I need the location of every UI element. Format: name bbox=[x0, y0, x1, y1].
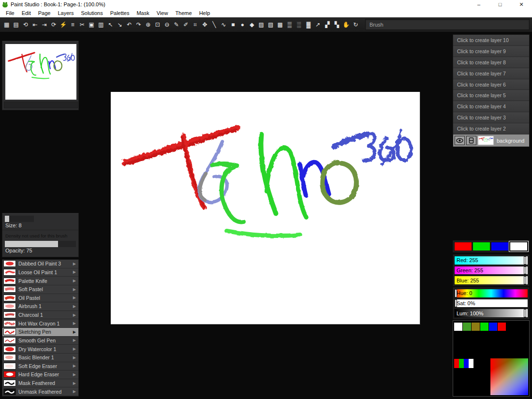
texture-icon[interactable]: ▓ bbox=[304, 19, 313, 30]
brush-expand-arrow-icon[interactable]: ▶ bbox=[73, 270, 76, 274]
brush-expand-arrow-icon[interactable]: ▶ bbox=[73, 330, 76, 334]
lasso-tool-icon[interactable]: ∿ bbox=[219, 19, 229, 30]
layer-slot-3[interactable]: Click to create layer 3 bbox=[453, 112, 529, 123]
brush-row-unmask-feathered[interactable]: Unmask Feathered▶ bbox=[2, 387, 78, 396]
tool-mode-box[interactable]: Brush bbox=[365, 19, 530, 30]
ellipse-tool-icon[interactable]: ● bbox=[238, 19, 248, 30]
brush-row-dry-watercolor-1[interactable]: Dry Watercolor 1▶ bbox=[2, 345, 78, 354]
brush-expand-arrow-icon[interactable]: ▶ bbox=[73, 364, 76, 368]
pattern-icon[interactable]: ▧ bbox=[266, 19, 276, 30]
layer-slot-8[interactable]: Click to create layer 8 bbox=[453, 57, 529, 68]
effects-icon[interactable]: ⚡ bbox=[59, 19, 68, 30]
brush-expand-arrow-icon[interactable]: ▶ bbox=[73, 381, 76, 385]
brush-expand-arrow-icon[interactable]: ▶ bbox=[73, 287, 76, 292]
brush-row-mask-feathered[interactable]: Mask Feathered▶ bbox=[2, 379, 78, 388]
halftone-icon[interactable]: ▩ bbox=[276, 19, 285, 30]
minimize-button[interactable]: – bbox=[468, 0, 489, 9]
script-icon[interactable]: ≡ bbox=[68, 19, 78, 30]
blue-slider-handle[interactable] bbox=[524, 276, 526, 284]
blue-swatch[interactable] bbox=[491, 242, 509, 251]
reload-page-icon[interactable]: ⟳ bbox=[49, 19, 59, 30]
brush-expand-arrow-icon[interactable]: ▶ bbox=[73, 296, 76, 300]
brush-expand-arrow-icon[interactable]: ▶ bbox=[73, 304, 76, 309]
pencil-tool-icon[interactable]: ✎ bbox=[172, 19, 181, 30]
gradient-icon[interactable]: ▨ bbox=[257, 19, 266, 30]
sat-slider-handle[interactable] bbox=[455, 299, 457, 308]
brush-row-hard-edge-eraser[interactable]: Hard Edge Eraser▶ bbox=[2, 370, 78, 379]
brush-row-basic-blender-1[interactable]: Basic Blender 1▶ bbox=[2, 354, 78, 362]
zoom-out-icon[interactable]: ⊖ bbox=[163, 19, 172, 30]
layer-slot-9[interactable]: Click to create layer 9 bbox=[453, 46, 529, 57]
brush-row-airbrush-1[interactable]: Airbrush 1▶ bbox=[2, 302, 78, 311]
palette-swatch-4[interactable] bbox=[489, 323, 497, 331]
rgb-gradient-picker[interactable] bbox=[490, 358, 528, 395]
save-icon[interactable]: ▦ bbox=[2, 19, 12, 30]
canvas[interactable] bbox=[111, 92, 420, 325]
palette-swatch-5[interactable] bbox=[498, 323, 506, 331]
brush-row-oil-pastel[interactable]: Oil Pastel▶ bbox=[2, 294, 78, 303]
menu-edit[interactable]: Edit bbox=[19, 9, 35, 17]
hue-slider[interactable]: Hue: 0 bbox=[454, 289, 528, 298]
copy-icon[interactable]: ▣ bbox=[87, 19, 97, 30]
mini-swatch-2[interactable] bbox=[464, 359, 469, 368]
layer-visibility-toggle[interactable] bbox=[455, 136, 465, 145]
menu-mask[interactable]: Mask bbox=[133, 9, 153, 17]
brush-row-sketching-pen[interactable]: Sketching Pen▶ bbox=[2, 328, 78, 337]
red-slider[interactable]: Red: 255 bbox=[454, 256, 528, 265]
menu-page[interactable]: Page bbox=[35, 9, 55, 17]
red-swatch[interactable] bbox=[454, 242, 472, 251]
brush-expand-arrow-icon[interactable]: ▶ bbox=[73, 355, 76, 360]
brush-row-loose-oil-paint-1[interactable]: Loose Oil Paint 1▶ bbox=[2, 268, 78, 277]
brush-row-charcoal-1[interactable]: Charcoal 1▶ bbox=[2, 311, 78, 320]
brush-expand-arrow-icon[interactable]: ▶ bbox=[73, 262, 76, 266]
redo-icon[interactable]: ↷ bbox=[134, 19, 144, 30]
smudge-icon[interactable]: ↗ bbox=[313, 19, 323, 30]
opacity-slider[interactable] bbox=[5, 241, 76, 247]
menu-theme[interactable]: Theme bbox=[172, 9, 196, 17]
thumbnail-scrollbar[interactable] bbox=[4, 102, 78, 108]
noise-icon[interactable]: ░ bbox=[295, 19, 304, 30]
menu-palettes[interactable]: Palettes bbox=[107, 9, 134, 17]
layer-slot-2[interactable]: Click to create layer 2 bbox=[453, 123, 529, 134]
lum-slider[interactable]: Lum: 100% bbox=[454, 309, 528, 318]
pan-hand-icon[interactable]: ✋ bbox=[341, 19, 351, 30]
brush-row-smooth-gel-pen[interactable]: Smooth Gel Pen▶ bbox=[2, 337, 78, 345]
screen-icon[interactable]: ▒ bbox=[285, 19, 295, 30]
undo-icon[interactable]: ↶ bbox=[125, 19, 134, 30]
green-slider[interactable]: Green: 255 bbox=[454, 266, 528, 275]
lum-slider-handle[interactable] bbox=[524, 309, 526, 317]
book-pages-icon[interactable]: ▤ bbox=[12, 19, 21, 30]
tile-a-icon[interactable]: ▞ bbox=[323, 19, 332, 30]
brush-expand-arrow-icon[interactable]: ▶ bbox=[73, 313, 76, 317]
pick-drop-icon[interactable]: ↘ bbox=[115, 19, 125, 30]
mini-swatch-1[interactable] bbox=[459, 359, 464, 368]
background-layer-thumbnail[interactable] bbox=[478, 136, 494, 145]
brush-expand-arrow-icon[interactable]: ▶ bbox=[73, 372, 76, 377]
brush-expand-arrow-icon[interactable]: ▶ bbox=[73, 279, 76, 283]
move-tool-icon[interactable]: ✥ bbox=[200, 19, 210, 30]
layer-slot-4[interactable]: Click to create layer 4 bbox=[453, 101, 529, 112]
eyedropper-icon[interactable]: ✐ bbox=[181, 19, 191, 30]
sat-slider[interactable]: Sat: 0% bbox=[454, 299, 528, 308]
fill-tool-icon[interactable]: ◆ bbox=[247, 19, 257, 30]
tile-b-icon[interactable]: ▚ bbox=[332, 19, 342, 30]
brush-row-hot-wax-crayon-1[interactable]: Hot Wax Crayon 1▶ bbox=[2, 319, 78, 328]
crop-icon[interactable]: ⌗ bbox=[191, 19, 200, 30]
background-layer-row[interactable]: background bbox=[453, 134, 529, 147]
paste-icon[interactable]: ▥ bbox=[96, 19, 106, 30]
white-swatch[interactable] bbox=[509, 241, 528, 251]
brush-row-soft-edge-eraser[interactable]: Soft Edge Eraser▶ bbox=[2, 362, 78, 371]
palette-swatch-1[interactable] bbox=[463, 323, 471, 331]
zoom-in-icon[interactable]: ⊕ bbox=[144, 19, 153, 30]
page-thumbnail[interactable] bbox=[5, 44, 76, 100]
maximize-button[interactable]: □ bbox=[489, 0, 511, 9]
palette-swatch-3[interactable] bbox=[480, 323, 488, 331]
menu-solutions[interactable]: Solutions bbox=[78, 9, 107, 17]
brush-expand-arrow-icon[interactable]: ▶ bbox=[73, 321, 76, 325]
brush-expand-arrow-icon[interactable]: ▶ bbox=[73, 347, 76, 351]
rect-tool-icon[interactable]: ■ bbox=[228, 19, 238, 30]
first-page-icon[interactable]: ⟲ bbox=[21, 19, 30, 30]
brush-row-palette-knife[interactable]: Palette Knife▶ bbox=[2, 277, 78, 285]
layer-slot-10[interactable]: Click to create layer 10 bbox=[453, 35, 529, 46]
cut-icon[interactable]: ✂ bbox=[77, 19, 87, 30]
